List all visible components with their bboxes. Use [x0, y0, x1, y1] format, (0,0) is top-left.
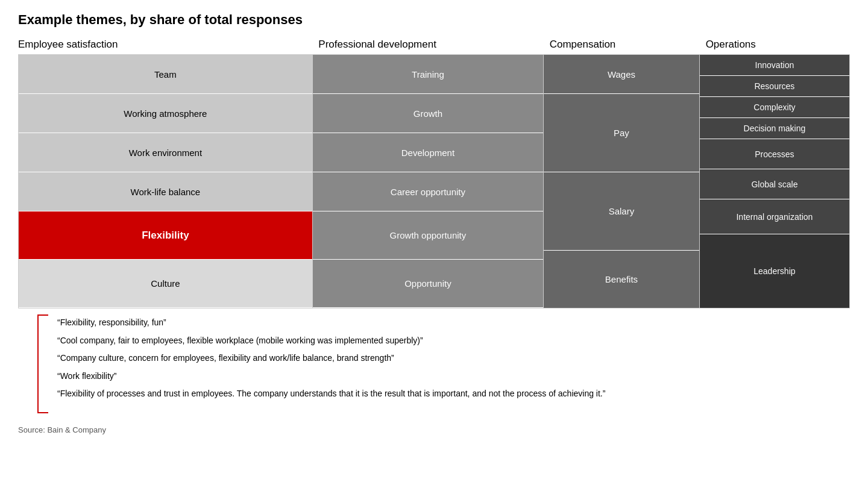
ops-complexity: Complexity — [700, 97, 849, 118]
quote-3: “Company culture, concern for employees,… — [57, 352, 605, 364]
ops-processes: Processes — [700, 139, 849, 169]
ops-leadership: Leadership — [700, 234, 849, 308]
prof-career-opportunity: Career opportunity — [313, 172, 543, 211]
ops-resources: Resources — [700, 76, 849, 97]
compensation-col: Wages Pay Salary Benefits — [544, 54, 700, 308]
ops-internal-organization: Internal organization — [700, 199, 849, 234]
prof-training: Training — [313, 55, 543, 94]
prof-growth-opportunity: Growth opportunity — [313, 211, 543, 260]
quote-section: “Flexibility, responsibility, fun” “Cool… — [18, 314, 850, 413]
emp-team: Team — [19, 55, 312, 94]
quote-2: “Cool company, fair to employees, flexib… — [57, 335, 605, 347]
emp-culture: Culture — [19, 260, 312, 308]
grid: Team Working atmosphere Work environment… — [18, 54, 850, 308]
quote-1: “Flexibility, responsibility, fun” — [57, 317, 605, 329]
comp-pay: Pay — [544, 94, 699, 172]
header-employee: Employee satisfaction — [18, 39, 312, 54]
header-professional: Professional development — [312, 39, 543, 54]
ops-global-scale: Global scale — [700, 169, 849, 199]
prof-development: Development — [313, 133, 543, 172]
source: Source: Bain & Company — [18, 425, 850, 434]
professional-col: Training Growth Development Career oppor… — [313, 54, 544, 308]
comp-salary: Salary — [544, 172, 699, 251]
emp-work-life-balance: Work-life balance — [19, 172, 312, 211]
comp-wages: Wages — [544, 55, 699, 94]
comp-benefits: Benefits — [544, 251, 699, 308]
ops-innovation: Innovation — [700, 55, 849, 76]
prof-growth: Growth — [313, 94, 543, 133]
emp-work-environment: Work environment — [19, 133, 312, 172]
quotes-content: “Flexibility, responsibility, fun” “Cool… — [57, 314, 605, 413]
column-headers: Employee satisfaction Professional devel… — [18, 39, 850, 54]
page-container: Example themes, by share of total respon… — [18, 12, 850, 434]
ops-decision-making: Decision making — [700, 118, 849, 139]
prof-opportunity: Opportunity — [313, 260, 543, 308]
header-compensation: Compensation — [544, 39, 700, 54]
quote-5: “Flexibility of processes and trust in e… — [57, 388, 605, 400]
quote-4: “Work flexibility” — [57, 371, 605, 383]
header-operations: Operations — [700, 39, 850, 54]
operations-col: Innovation Resources Complexity Decision… — [700, 54, 850, 308]
emp-working-atmosphere: Working atmosphere — [19, 94, 312, 133]
employee-col: Team Working atmosphere Work environment… — [18, 54, 313, 308]
emp-flexibility: Flexibility — [19, 211, 312, 260]
page-title: Example themes, by share of total respon… — [18, 12, 850, 28]
